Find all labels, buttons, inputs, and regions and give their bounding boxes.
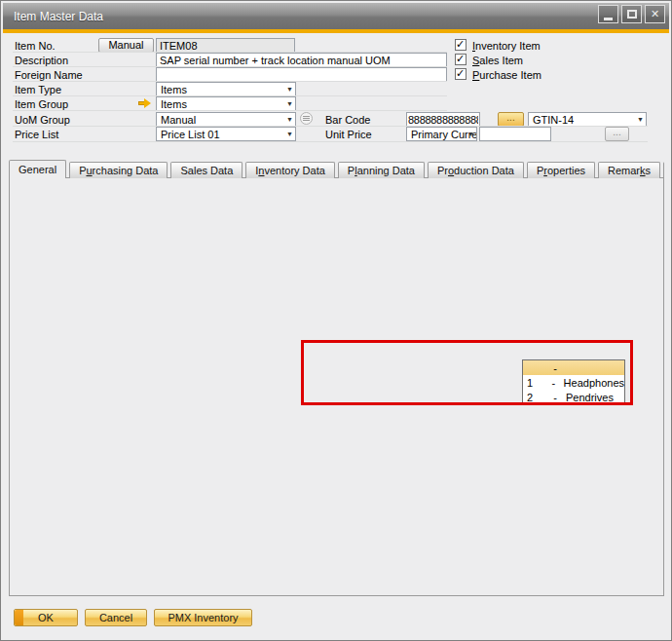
divider [13, 110, 447, 111]
item-no-series-button[interactable]: Manual [98, 38, 154, 53]
divider [13, 95, 447, 96]
bar-code-browse-button[interactable]: ... [498, 112, 524, 127]
sales-item-checkbox[interactable]: ✓ [455, 54, 467, 65]
title-bar[interactable]: Item Master Data [3, 3, 669, 29]
unit-price-input[interactable] [479, 127, 551, 141]
dropdown-option[interactable]: 1 - Headphones [523, 375, 624, 390]
check-icon: ✓ [456, 39, 466, 49]
ok-button[interactable]: OK [14, 609, 78, 626]
tab-strip: General Purchasing Data Sales Data Inven… [9, 160, 664, 178]
pmx-inventory-button[interactable]: PMX Inventory [154, 609, 252, 626]
tab-properties[interactable]: Properties [527, 162, 595, 178]
tab-attachments[interactable]: Attachments [663, 162, 664, 178]
cancel-button[interactable]: Cancel [85, 609, 147, 626]
chevron-down-icon: ▼ [286, 116, 293, 123]
dropdown-option[interactable]: - [523, 360, 624, 375]
purchase-item-checkbox[interactable]: ✓ [455, 68, 467, 80]
check-icon: ✓ [456, 68, 466, 78]
description-input[interactable] [156, 53, 447, 67]
bar-code-input[interactable] [406, 112, 480, 127]
item-no-input[interactable] [156, 38, 295, 53]
tab-sales-data[interactable]: Sales Data [170, 162, 243, 178]
check-icon: ✓ [456, 54, 466, 63]
inventory-item-checkbox[interactable]: ✓ [455, 39, 467, 51]
maximize-button[interactable] [621, 5, 642, 23]
item-master-data-window: Item Master Data ✕ Item No. Manual Descr… [0, 0, 672, 641]
unit-price-browse-button[interactable]: ... [605, 127, 629, 141]
tab-purchasing-data[interactable]: Purchasing Data [69, 162, 168, 178]
uom-group-select[interactable]: Manual ▼ [156, 112, 296, 127]
minimize-icon [604, 18, 613, 20]
inventory-item-label: Inventory Item [472, 40, 541, 53]
chevron-down-icon: ▼ [637, 116, 644, 123]
tab-remarks[interactable]: Remarks [598, 162, 660, 178]
foreign-name-input[interactable] [156, 67, 447, 82]
tab-general[interactable]: General [9, 160, 66, 178]
window-title: Item Master Data [3, 10, 103, 23]
price-list-label: Price List [15, 129, 58, 141]
minimize-button[interactable] [598, 5, 618, 23]
divider [13, 66, 447, 67]
item-type-select[interactable]: Items ▼ [156, 82, 296, 96]
maximize-icon [627, 10, 637, 19]
divider [13, 52, 447, 53]
chevron-down-icon: ▼ [286, 86, 293, 93]
close-button[interactable]: ✕ [645, 5, 665, 23]
accent-bar [3, 29, 669, 33]
divider [325, 126, 648, 127]
close-icon: ✕ [651, 8, 659, 20]
chevron-down-icon: ▼ [286, 131, 293, 137]
purchase-item-label: Purchase Item [472, 69, 541, 82]
bar-code-type-select[interactable]: GTIN-14 ▼ [528, 112, 647, 127]
tab-production-data[interactable]: Production Data [428, 162, 524, 178]
divider [325, 141, 648, 142]
sales-item-label: Sales Item [472, 55, 523, 67]
context-menu-icon[interactable] [300, 112, 313, 125]
tab-inventory-data[interactable]: Inventory Data [245, 162, 335, 178]
serial-number-format-dropdown: - 1 - Headphones 2 - Pendrives [522, 359, 625, 404]
unit-price-currency-select[interactable]: Primary Curre ▼ [406, 127, 477, 141]
dropdown-option[interactable]: 2 - Pendrives [523, 390, 624, 404]
window-controls: ✕ [598, 5, 665, 23]
divider [13, 81, 447, 82]
chevron-down-icon: ▼ [467, 131, 474, 137]
default-button-indicator [15, 610, 23, 625]
price-list-select[interactable]: Price List 01 ▼ [156, 127, 296, 141]
chevron-down-icon: ▼ [286, 100, 293, 107]
unit-price-label: Unit Price [325, 129, 372, 141]
tab-planning-data[interactable]: Planning Data [338, 162, 425, 178]
item-group-select[interactable]: Items ▼ [156, 96, 296, 111]
